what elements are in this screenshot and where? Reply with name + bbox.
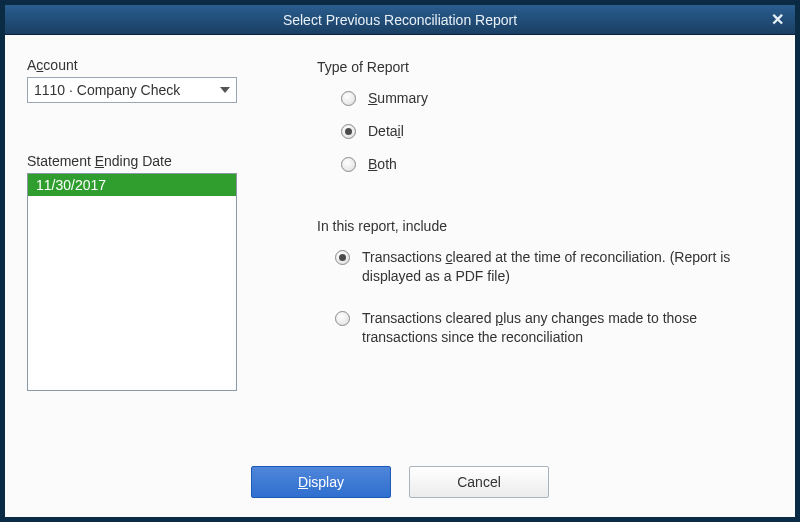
detail-post: l [401, 123, 404, 139]
title-bar: Select Previous Reconciliation Report ✕ [5, 5, 795, 35]
dialog-window: Select Previous Reconciliation Report ✕ … [0, 0, 800, 522]
close-button[interactable]: ✕ [767, 9, 787, 29]
statement-label-ul: E [95, 153, 104, 169]
radio-include-plus-changes-row[interactable]: Transactions cleared plus any changes ma… [317, 309, 767, 347]
dialog-content: Account 1110 · Company Check Statement E… [5, 35, 795, 457]
radio-include-plus-changes[interactable] [335, 311, 350, 326]
chevron-down-icon [220, 87, 230, 93]
include-heading: In this report, include [317, 218, 767, 234]
radio-summary-label: Summary [368, 89, 428, 108]
radio-detail-label: Detail [368, 122, 404, 141]
opt1-ul: c [446, 249, 453, 265]
account-dropdown[interactable]: 1110 · Company Check [27, 77, 237, 103]
account-label: Account [27, 57, 247, 73]
cancel-button[interactable]: Cancel [409, 466, 549, 498]
statement-label-post: nding Date [104, 153, 172, 169]
statement-label-pre: Statement [27, 153, 95, 169]
window-title: Select Previous Reconciliation Report [283, 12, 517, 28]
close-icon: ✕ [771, 10, 784, 29]
statement-date-list[interactable]: 11/30/2017 [27, 173, 237, 391]
display-button-label: Display [298, 474, 344, 490]
account-label-pre: A [27, 57, 36, 73]
button-row: Display Cancel [5, 457, 795, 517]
right-column: Type of Report Summary Detail Both In th… [317, 57, 767, 447]
opt2-pre: Transactions cleared [362, 310, 495, 326]
account-label-post: count [43, 57, 77, 73]
summary-ul: S [368, 90, 377, 106]
both-post: oth [377, 156, 396, 172]
radio-detail[interactable] [341, 124, 356, 139]
account-selected: 1110 · Company Check [34, 82, 214, 98]
detail-pre: Deta [368, 123, 398, 139]
radio-both-label: Both [368, 155, 397, 174]
radio-include-cleared[interactable] [335, 250, 350, 265]
radio-detail-row[interactable]: Detail [317, 122, 767, 141]
radio-both-row[interactable]: Both [317, 155, 767, 174]
radio-summary-row[interactable]: Summary [317, 89, 767, 108]
radio-summary[interactable] [341, 91, 356, 106]
opt2-ul: p [495, 310, 503, 326]
summary-post: ummary [377, 90, 428, 106]
display-post: isplay [308, 474, 344, 490]
list-item[interactable]: 11/30/2017 [28, 174, 236, 196]
radio-include-plus-changes-label: Transactions cleared plus any changes ma… [362, 309, 742, 347]
display-ul: D [298, 474, 308, 490]
report-type-heading: Type of Report [317, 59, 767, 75]
statement-block: Statement Ending Date 11/30/2017 [27, 153, 247, 391]
radio-include-cleared-label: Transactions cleared at the time of reco… [362, 248, 742, 286]
opt1-pre: Transactions [362, 249, 446, 265]
cancel-button-label: Cancel [457, 474, 501, 490]
both-ul: B [368, 156, 377, 172]
display-button[interactable]: Display [251, 466, 391, 498]
radio-both[interactable] [341, 157, 356, 172]
left-column: Account 1110 · Company Check Statement E… [27, 57, 247, 447]
include-block: In this report, include Transactions cle… [317, 218, 767, 348]
statement-ending-label: Statement Ending Date [27, 153, 247, 169]
radio-include-cleared-row[interactable]: Transactions cleared at the time of reco… [317, 248, 767, 286]
